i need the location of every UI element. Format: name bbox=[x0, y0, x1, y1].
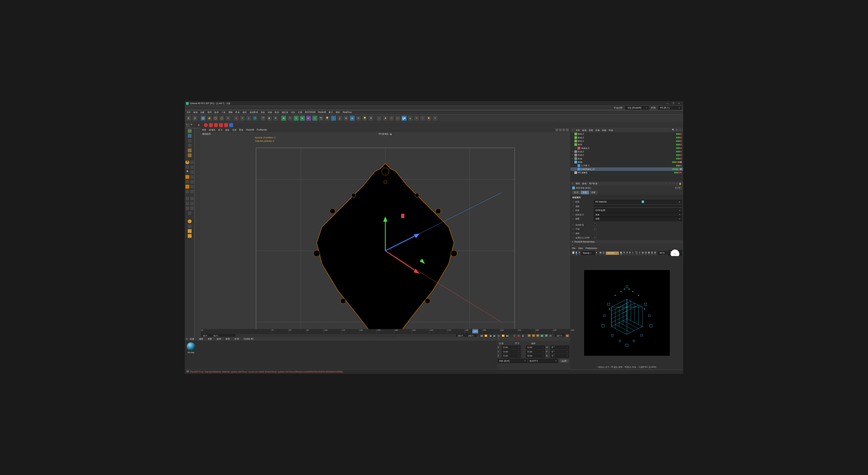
redo-button[interactable] bbox=[192, 115, 198, 121]
snap-d2[interactable] bbox=[190, 175, 194, 179]
shelf-red-cyl[interactable] bbox=[224, 123, 228, 127]
menu-文件[interactable]: 文件 bbox=[186, 111, 191, 114]
rs-c-icon[interactable]: ▦ bbox=[648, 251, 650, 255]
rs-d-icon[interactable]: ▧ bbox=[651, 251, 653, 255]
attr-home-icon[interactable]: ⌂ bbox=[675, 182, 678, 185]
menu-窗口[interactable]: 窗口 bbox=[329, 111, 333, 114]
vpmenu-过滤[interactable]: 过滤 bbox=[232, 129, 237, 132]
rs-volume[interactable]: ✕ bbox=[432, 115, 438, 121]
obj-row[interactable]: +简易 bbox=[571, 157, 683, 160]
attr-back-icon[interactable]: ← bbox=[665, 182, 668, 185]
vpmenu-查看[interactable]: 查看 bbox=[202, 129, 206, 132]
close-button[interactable]: ✕ bbox=[676, 102, 682, 104]
attr-next-icon[interactable]: ▸ bbox=[678, 187, 682, 190]
menu-选择[interactable]: 选择 bbox=[214, 111, 219, 114]
rs-freeze-icon[interactable]: ❄ bbox=[626, 251, 628, 255]
rs-portal-light[interactable]: ▢ bbox=[395, 115, 400, 121]
objmgr-eye-icon[interactable]: 👁 bbox=[675, 129, 678, 132]
rotate-tool[interactable] bbox=[219, 115, 224, 121]
menu-RealFlow[interactable]: RealFlow bbox=[343, 111, 352, 113]
vp-nav-4[interactable] bbox=[566, 129, 569, 131]
obj-row[interactable]: 立方体.1 bbox=[571, 164, 683, 167]
rs-b-icon[interactable]: ▥ bbox=[645, 251, 647, 255]
menu-网格[interactable]: 网格 bbox=[229, 111, 233, 114]
attr-tab-基本[interactable]: 基本 bbox=[572, 191, 580, 194]
x-axis-lock[interactable]: X bbox=[234, 115, 239, 121]
menu-扩展[interactable]: 扩展 bbox=[298, 111, 302, 114]
attr-tab-标签[interactable]: 标签 bbox=[580, 191, 589, 194]
matmenu-创建[interactable]: 创建 bbox=[190, 337, 194, 340]
timeline-cursor[interactable]: (187) bbox=[472, 329, 478, 334]
snap-b[interactable] bbox=[185, 165, 190, 169]
rs-refresh-icon[interactable]: ⟲ bbox=[578, 251, 580, 255]
deformer-button[interactable]: ◐ bbox=[306, 115, 311, 121]
objmgr-filter-icon[interactable]: ⚏ bbox=[679, 129, 682, 132]
vp-nav-2[interactable] bbox=[559, 129, 562, 131]
attr-lock-icon[interactable]: 🔒 bbox=[679, 182, 682, 185]
objmenu-书签[interactable]: 书签 bbox=[609, 129, 613, 132]
rsmenu-Preferences[interactable]: Preferences bbox=[586, 247, 597, 249]
rs-camera[interactable]: QR bbox=[401, 115, 407, 121]
objmenu-编辑[interactable]: 编辑 bbox=[582, 129, 587, 132]
timeline-ruler[interactable]: 2402302202102001901801701601501401301201… bbox=[200, 329, 570, 334]
workplane-c[interactable] bbox=[185, 201, 190, 206]
rs-a-icon[interactable]: ▤ bbox=[642, 251, 644, 255]
rs-bucket-icon[interactable]: ▣ bbox=[620, 251, 622, 255]
object-list[interactable]: 随机.3随机.2随机.1随机+球体域.3+简易.2+简易.1+简易−克隆立方体.… bbox=[571, 132, 683, 181]
material-body[interactable]: RS Mat bbox=[185, 341, 496, 369]
field-button[interactable]: ║ bbox=[337, 115, 342, 121]
subdivision-button[interactable]: ◈ bbox=[293, 115, 299, 121]
volume-button[interactable]: ▤ bbox=[343, 115, 349, 121]
mograph-button[interactable]: ⬚ bbox=[331, 115, 336, 121]
vp-nav-3[interactable] bbox=[563, 129, 565, 131]
render-settings-button[interactable]: ⚙ bbox=[273, 115, 278, 121]
menu-角色[interactable]: 角色 bbox=[261, 111, 265, 114]
objmenu-查看[interactable]: 查看 bbox=[589, 129, 593, 132]
coord-apply-button[interactable]: 应用 bbox=[559, 359, 569, 363]
status-menu-icon[interactable] bbox=[186, 370, 189, 373]
snap-g[interactable] bbox=[185, 189, 190, 194]
polygon-mode[interactable] bbox=[188, 153, 192, 157]
workplane-g[interactable] bbox=[188, 211, 192, 215]
rs-pick-icon[interactable]: ⊕ bbox=[629, 251, 631, 255]
menu-工具[interactable]: 工具 bbox=[221, 111, 226, 114]
vp-nav-1[interactable] bbox=[555, 129, 558, 131]
coord-size-select[interactable]: 绝对尺寸 bbox=[528, 359, 558, 363]
matmenu-编辑[interactable]: 编辑 bbox=[199, 337, 203, 340]
snap-settings[interactable] bbox=[190, 160, 194, 165]
rs-percent[interactable]: 90 % bbox=[658, 251, 668, 255]
matmenu-Cycles 4D[interactable]: Cycles 4D bbox=[244, 338, 254, 340]
objmenu-对象[interactable]: 对象 bbox=[595, 129, 600, 132]
shelf-red-camera[interactable] bbox=[209, 123, 213, 127]
menu-运动图形[interactable]: 运动图形 bbox=[250, 111, 258, 114]
matmenu-纹理[interactable]: 纹理 bbox=[235, 337, 239, 340]
menu-编辑[interactable]: 编辑 bbox=[193, 111, 198, 114]
undo-button[interactable] bbox=[186, 115, 191, 121]
rs-e-icon[interactable]: ▨ bbox=[654, 251, 656, 255]
rs-mode-select[interactable]: Render bbox=[606, 251, 619, 255]
snap-e[interactable] bbox=[185, 179, 190, 184]
rs-environment[interactable]: ▲ bbox=[408, 115, 413, 121]
snap-d[interactable] bbox=[185, 175, 190, 179]
rs-dome-light[interactable]: ◉ bbox=[382, 115, 388, 121]
obj-row[interactable]: 随机.1 bbox=[571, 139, 683, 143]
maximize-button[interactable]: ❐ bbox=[670, 102, 676, 104]
timeline[interactable]: 2402302202102001901801701601501401301201… bbox=[200, 329, 570, 337]
vpmenu-ProRender[interactable]: ProRender bbox=[257, 129, 267, 131]
menu-渲染[interactable]: 渲染 bbox=[291, 111, 295, 114]
rsmenu-View[interactable]: View bbox=[578, 247, 583, 249]
rs-fit-icon[interactable]: ⛶ bbox=[635, 251, 638, 255]
rs-image-area[interactable]: <微信公众号：野鹿志 微博：野鹿志 作者：马鹿野郎> (6.44%) bbox=[571, 256, 683, 370]
attrmenu-模式[interactable]: 模式 bbox=[576, 182, 580, 185]
snap-toggle[interactable]: S bbox=[185, 160, 190, 165]
texture-mode[interactable] bbox=[188, 138, 192, 143]
workplane-e[interactable] bbox=[185, 206, 190, 211]
attrmenu-用户数据[interactable]: 用户数据 bbox=[589, 182, 597, 185]
attr-prev-icon[interactable]: ◂ bbox=[675, 187, 678, 190]
grid-button[interactable]: ▦ bbox=[350, 115, 355, 121]
rs-sphere-icon[interactable]: ● bbox=[596, 251, 597, 255]
rs-aov-select[interactable]: Beauty bbox=[581, 251, 595, 255]
coord-mode-select[interactable]: 对象 (相对) bbox=[498, 359, 527, 363]
y-axis-lock[interactable]: Y bbox=[240, 115, 245, 121]
object-mode[interactable] bbox=[188, 134, 192, 138]
